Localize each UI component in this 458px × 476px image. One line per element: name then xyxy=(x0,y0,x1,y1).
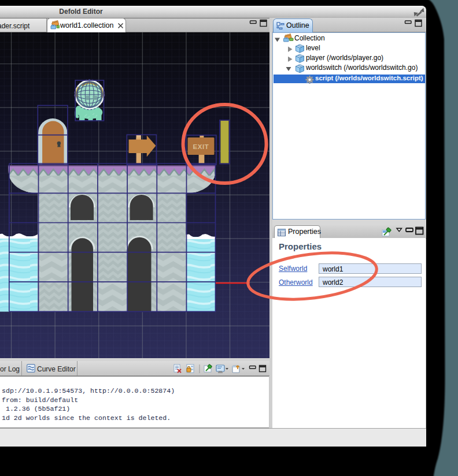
svg-text:EXIT: EXIT xyxy=(193,143,209,150)
